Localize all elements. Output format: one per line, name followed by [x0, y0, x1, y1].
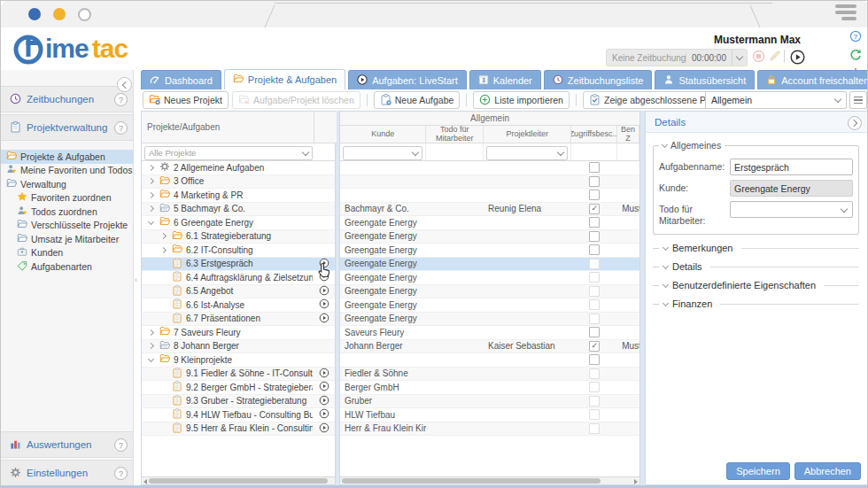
menu-icon[interactable]	[835, 4, 856, 23]
tree-row[interactable]: 6.7 Präsentationen	[142, 313, 335, 327]
grid-row[interactable]: Bachmayr & Co.Reunig ElenaMuster	[340, 203, 639, 217]
cell-zugriff[interactable]	[571, 189, 617, 202]
collapse-details-button[interactable]	[848, 116, 862, 130]
checkbox[interactable]	[589, 176, 600, 187]
tree-cell[interactable]: 6.5 Angebot	[142, 285, 313, 298]
sidebar-item-verschl-sselte-projekte[interactable]: Verschlüsselte Projekte	[1, 219, 133, 233]
expand-icon[interactable]	[158, 234, 168, 238]
tab-dashboard[interactable]: Dashboard	[141, 70, 221, 89]
tree-cell[interactable]: 8 Johann Berger	[142, 340, 313, 352]
cell-zugriff[interactable]	[571, 368, 617, 381]
todo-select[interactable]	[730, 201, 853, 218]
save-button[interactable]: Speichern	[726, 462, 790, 480]
start-task-play-icon[interactable]	[319, 368, 329, 380]
cell-zugriff[interactable]	[571, 175, 617, 189]
tree-horizontal-scrollbar[interactable]	[142, 476, 335, 484]
tree-cell[interactable]: 6 Greengate Energy	[142, 216, 313, 229]
toolbar-button-liste-importieren[interactable]: Liste importieren	[473, 91, 570, 109]
filter-cell[interactable]	[484, 143, 571, 160]
grid-row[interactable]: Herr & Frau Klein Kinders...	[340, 422, 639, 437]
tree-cell[interactable]: 6.3 Erstgespräch	[142, 258, 313, 270]
column-header-projektleiter[interactable]: Projektleiter	[484, 126, 571, 143]
start-task-play-icon[interactable]	[319, 285, 329, 298]
start-timer-play-icon[interactable]	[790, 50, 805, 68]
collapse-icon[interactable]	[145, 221, 156, 224]
grid-row[interactable]: Greengate Energy	[340, 285, 639, 299]
checkbox[interactable]	[589, 244, 600, 255]
sidebar-item-meine-favoriten-und-todos[interactable]: Meine Favoriten und Todos	[1, 164, 133, 178]
tree-row[interactable]: 2 Allgemeine Aufgaben	[142, 161, 335, 175]
tree-cell[interactable]: 9.3 Gruber - Strategieberatung	[142, 395, 313, 407]
collapse-sidebar-button[interactable]	[117, 77, 132, 92]
tree-cell[interactable]: 9.4 HLW Tiefbau - Consulting Business Pl…	[142, 408, 313, 421]
window-dot-white[interactable]	[78, 8, 91, 21]
sidebar-section-zeitbuchungen[interactable]: Zeitbuchungen?	[1, 86, 133, 112]
grid-row[interactable]	[340, 189, 639, 203]
column-filter-select[interactable]	[343, 146, 422, 160]
sidebar-section-auswertungen[interactable]: Auswertungen?	[1, 431, 133, 458]
tree-cell[interactable]: 2 Allgemeine Aufgaben	[142, 161, 313, 174]
grid-row[interactable]: Greengate Energy	[340, 258, 639, 272]
tree-row[interactable]: 6.2 IT-Consulting	[142, 244, 335, 258]
tree-row[interactable]: 9.5 Herr & Frau Klein - Consulting Busin…	[142, 422, 335, 437]
expand-icon[interactable]	[145, 166, 156, 170]
tree-row[interactable]: 6.1 Strategieberatung	[142, 230, 335, 244]
tree-cell[interactable]: 6.6 Ist-Analyse	[142, 298, 313, 311]
column-header-zugriffsbesc-[interactable]: Zugriffsbesc...	[571, 126, 617, 143]
start-task-play-icon[interactable]	[319, 395, 329, 407]
tree-row[interactable]: 5 Bachmayr & Co.	[142, 203, 335, 217]
tree-column-header[interactable]: Projekte/Aufgaben	[142, 112, 314, 143]
grid-row[interactable]	[340, 353, 639, 368]
tree-cell[interactable]: 6.1 Strategieberatung	[142, 230, 313, 243]
tree-row[interactable]: 8 Johann Berger	[142, 340, 335, 354]
sidebar-item-aufgabenarten[interactable]: Aufgabenarten	[1, 259, 133, 274]
tree-cell[interactable]: 7 Saveurs Fleury	[142, 326, 313, 338]
time-tracking-widget[interactable]: Keine Zeitbuchung ... 00:00:00	[606, 49, 748, 66]
help-icon[interactable]: ?	[114, 438, 128, 452]
fieldset-legend[interactable]: Allgemeines	[659, 140, 725, 151]
detail-section-bemerkungen[interactable]: Bemerkungen	[653, 243, 859, 253]
start-task-play-icon[interactable]	[319, 313, 329, 325]
start-task-play-icon[interactable]	[319, 298, 329, 311]
tree-cell[interactable]: 9.1 Fiedler & Söhne - IT-Consulting	[142, 368, 313, 380]
help-icon[interactable]: ?	[114, 467, 128, 480]
play-cell[interactable]	[313, 395, 335, 407]
collapse-icon[interactable]	[145, 359, 156, 361]
checkbox[interactable]	[589, 217, 600, 228]
tree-cell[interactable]: 6.4 Auftragsklärung & Zielsetzung	[142, 271, 313, 283]
aufgabenname-input[interactable]: Erstgespräch	[730, 159, 853, 175]
help-icon[interactable]: ?	[114, 121, 128, 135]
cancel-button[interactable]: Abbrechen	[794, 462, 861, 480]
cell-zugriff[interactable]	[571, 422, 617, 436]
tree-cell[interactable]: 9.2 Berger GmbH - Strategieberatung	[142, 381, 313, 393]
detail-section-details[interactable]: Details	[653, 261, 859, 272]
window-dot-blue[interactable]	[28, 8, 41, 20]
sidebar-item-kunden[interactable]: Kunden	[1, 246, 133, 260]
column-header-todo-f-r-mitarbeiter[interactable]: Todo für Mitarbeiter	[426, 126, 484, 143]
expand-icon[interactable]	[145, 330, 156, 335]
tree-row[interactable]: 6.3 Erstgespräch	[142, 258, 335, 272]
checkbox[interactable]	[589, 354, 600, 365]
tree-row[interactable]: 9.2 Berger GmbH - Strategieberatung	[142, 381, 335, 395]
play-cell[interactable]	[313, 381, 335, 393]
tree-cell[interactable]: 5 Bachmayr & Co.	[142, 203, 313, 215]
help-icon[interactable]: ?	[849, 30, 862, 46]
column-filter-select[interactable]	[486, 146, 568, 160]
cell-zugriff[interactable]	[571, 271, 617, 284]
scroll-right-icon[interactable]	[634, 479, 638, 484]
tree-row[interactable]: 6.5 Angebot	[142, 285, 335, 299]
expand-icon[interactable]	[145, 344, 156, 348]
cell-zugriff[interactable]	[571, 285, 617, 298]
checkbox[interactable]	[589, 204, 600, 214]
grid-row[interactable]: Fiedler & Söhne	[340, 368, 639, 382]
tab-kalender[interactable]: 3Kalender	[469, 70, 541, 89]
sidebar-item-umsatz-je-mitarbeiter[interactable]: Umsatz je Mitarbeiter	[1, 232, 133, 246]
start-task-play-icon[interactable]	[319, 408, 329, 421]
help-icon[interactable]: ?	[114, 93, 128, 106]
sidebar-item-favoriten-zuordnen[interactable]: Favoriten zuordnen	[1, 191, 133, 205]
play-cell[interactable]	[313, 298, 335, 311]
checkbox[interactable]	[589, 231, 600, 242]
tree-row[interactable]: 3 Office	[142, 175, 335, 190]
tab-aufgaben-livestart[interactable]: Aufgaben: LiveStart	[348, 70, 467, 89]
tree-cell[interactable]: 6.2 IT-Consulting	[142, 244, 313, 256]
